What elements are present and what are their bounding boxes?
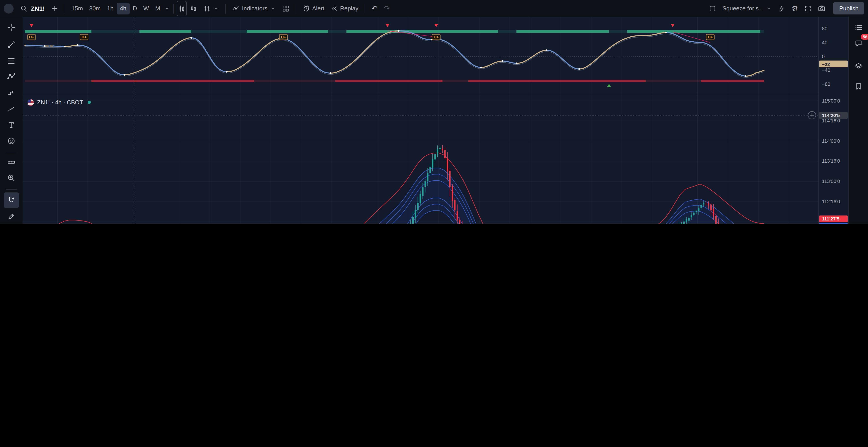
chart-legend[interactable]: ZN1! · 4h · CBOT [28, 99, 91, 106]
bars-icon [204, 5, 211, 12]
chart-settings-button[interactable]: ⚙ [788, 2, 801, 15]
notification-badge: 58 [861, 34, 868, 40]
notifications-panel[interactable]: 58 [851, 36, 866, 51]
ideas-panel[interactable] [851, 79, 866, 94]
snapshot-button[interactable] [815, 2, 829, 15]
alert-label: Alert [312, 5, 324, 12]
interval-4h[interactable]: 4h [117, 2, 129, 14]
sell-marker [30, 24, 33, 27]
fib-icon [7, 57, 16, 65]
price-axis-label: 114'16'0 [822, 118, 840, 123]
interval-menu-icon[interactable] [164, 5, 170, 11]
alert-button[interactable]: Alert [299, 2, 327, 15]
interval-W[interactable]: W [140, 2, 152, 14]
camera-icon [818, 4, 826, 12]
toolbar-separator [65, 3, 65, 13]
text-icon [7, 121, 16, 129]
oscillator-pane: D+D+D+D+D+ [23, 24, 818, 87]
right-panel-rail: 58 [848, 17, 868, 224]
chart-container[interactable]: ZN1! · 4h · CBOT 80400−40−80−22115'00'01… [23, 17, 848, 224]
magnet-tool[interactable] [4, 193, 19, 208]
dplus-label: D+ [281, 35, 286, 39]
projection-tool[interactable] [4, 84, 19, 100]
brush-tool[interactable] [4, 101, 19, 116]
saved-layout-button[interactable]: Squeeze for s... [719, 2, 775, 15]
chart-style-hollow-button[interactable] [187, 2, 200, 15]
osc-axis-label: 0 [822, 54, 825, 59]
alert-clock-icon [302, 4, 310, 12]
zoom-tool[interactable] [4, 170, 19, 186]
price-axis[interactable]: 80400−40−80−22115'00'0114'16'0114'00'011… [818, 17, 848, 224]
fullscreen-button[interactable] [801, 2, 815, 15]
interval-D[interactable]: D [129, 2, 140, 14]
indicator-templates-button[interactable] [279, 2, 292, 15]
list-icon [855, 24, 863, 32]
chevron-down-icon [270, 5, 276, 11]
redo-icon: ↷ [384, 5, 390, 12]
symbol-search-button[interactable]: ZN1! [17, 2, 48, 15]
interval-M[interactable]: M [152, 2, 163, 14]
replay-label: Replay [340, 5, 359, 12]
chevron-down-icon [766, 5, 772, 11]
sell-marker [671, 24, 675, 27]
redo-button[interactable]: ↷ [381, 2, 393, 15]
text-tool[interactable] [4, 117, 19, 133]
chevron-down-icon [213, 5, 219, 11]
dplus-label: D+ [29, 35, 34, 39]
gear-icon: ⚙ [792, 5, 798, 12]
toolbar-separator [225, 3, 225, 13]
lightning-icon [778, 5, 785, 12]
us-flag-icon [28, 99, 34, 105]
indicators-button[interactable]: Indicators [229, 2, 279, 15]
dplus-label: D+ [82, 35, 87, 39]
market-status-dot [88, 101, 91, 104]
chat-icon [855, 39, 863, 47]
publish-button[interactable]: Publish [833, 2, 864, 14]
search-icon [20, 5, 28, 12]
layout-name: Squeeze for s... [722, 5, 764, 12]
price-level-badge: 111'27'5 [819, 215, 848, 222]
interval-15m[interactable]: 15m [68, 2, 86, 14]
chart-style-menu-button[interactable] [200, 2, 222, 15]
object-tree-panel[interactable] [851, 59, 866, 74]
sell-marker [385, 24, 390, 27]
interval-30m[interactable]: 30m [86, 2, 104, 14]
pencil-icon [7, 212, 16, 220]
top-toolbar: ZN1! 15m30m1h4hDWM Indicators A [0, 0, 868, 17]
interval-1h[interactable]: 1h [104, 2, 117, 14]
dplus-label: D+ [434, 35, 439, 39]
emoji-tool[interactable] [4, 133, 19, 149]
wave-signal-line [25, 32, 764, 77]
plus-icon [51, 5, 58, 12]
hollow-candles-icon [190, 5, 197, 12]
toolbar-separator [365, 3, 365, 13]
compare-add-button[interactable] [48, 2, 61, 15]
zoom-icon [7, 174, 16, 182]
chart-canvas[interactable]: D+D+D+D+D+PRO [23, 17, 818, 224]
user-avatar[interactable] [4, 3, 13, 13]
emoji-icon [7, 137, 16, 145]
fib-retracement-tool[interactable] [4, 53, 19, 69]
price-level-badge: 111'24'5 [819, 222, 848, 224]
price-axis-label: 112'16'0 [822, 199, 840, 204]
main-pane [25, 145, 764, 224]
cursor-tool[interactable] [4, 20, 19, 35]
layers-stack-icon [855, 62, 863, 70]
grid-layout-icon [282, 5, 289, 12]
band-fill [25, 168, 764, 224]
layout-select-button[interactable] [706, 2, 719, 15]
draw-tool[interactable] [4, 209, 19, 224]
osc-axis-label: −40 [822, 68, 830, 73]
quick-actions-button[interactable] [775, 2, 788, 15]
price-axis-label: 115'00'0 [822, 98, 840, 103]
drawing-toolbar [0, 17, 23, 224]
chart-style-candles-button[interactable] [177, 1, 187, 16]
replay-button[interactable]: Replay [328, 2, 362, 15]
indicators-icon [232, 4, 240, 12]
undo-button[interactable]: ↶ [368, 2, 381, 15]
watchlist-panel[interactable] [851, 20, 866, 35]
pattern-tool[interactable] [4, 69, 19, 84]
sell-marker [434, 24, 438, 27]
trend-line-tool[interactable] [4, 37, 19, 53]
measure-tool[interactable] [4, 154, 19, 170]
